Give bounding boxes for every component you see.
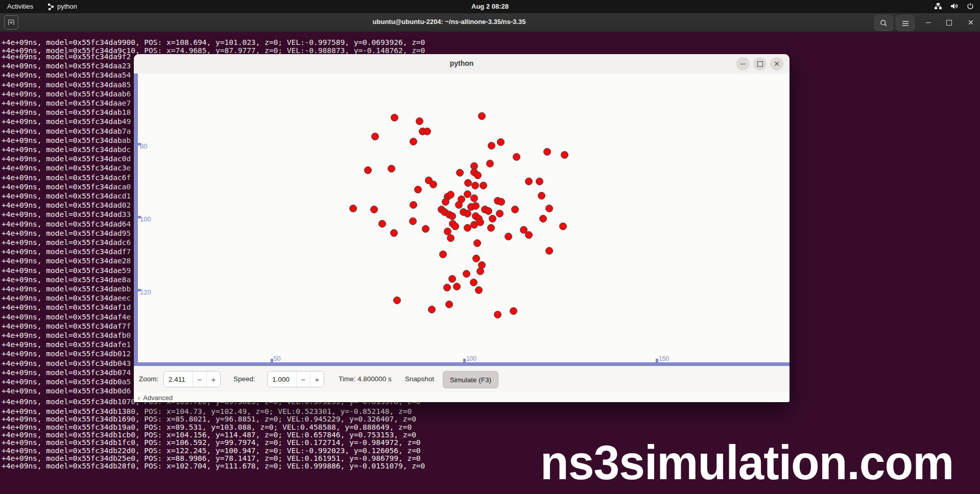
node-dot[interactable] xyxy=(364,166,372,174)
node-dot[interactable] xyxy=(489,215,496,223)
node-dot[interactable] xyxy=(510,307,517,315)
node-dot[interactable] xyxy=(476,218,484,226)
pyviz-titlebar[interactable]: python ✕ xyxy=(134,54,790,74)
terminal-menu-button[interactable] xyxy=(896,15,915,31)
terminal-new-tab-button[interactable] xyxy=(4,15,18,30)
node-dot[interactable] xyxy=(463,270,470,278)
advanced-expander[interactable]: ›Advanced xyxy=(138,394,173,402)
node-dot[interactable] xyxy=(513,153,520,161)
node-dot[interactable] xyxy=(472,255,480,262)
node-dot[interactable] xyxy=(448,275,456,283)
node-dot[interactable] xyxy=(428,306,436,313)
node-dot[interactable] xyxy=(447,234,455,242)
node-dot[interactable] xyxy=(451,223,459,230)
node-dot[interactable] xyxy=(388,165,395,172)
zoom-value[interactable]: 2.411 xyxy=(164,376,193,383)
node-dot[interactable] xyxy=(447,191,455,199)
zoom-spinbox[interactable]: 2.411 − + xyxy=(163,371,221,387)
node-dot[interactable] xyxy=(393,297,401,304)
node-dot[interactable] xyxy=(349,205,357,212)
terminal-restore-button[interactable] xyxy=(946,13,952,32)
node-dot[interactable] xyxy=(410,138,417,145)
node-dot[interactable] xyxy=(370,206,378,213)
node-dot[interactable] xyxy=(455,201,463,209)
x-axis-ruler[interactable] xyxy=(134,362,790,366)
node-dot[interactable] xyxy=(416,117,423,125)
node-dot[interactable] xyxy=(439,251,447,258)
node-dot[interactable] xyxy=(448,212,456,220)
node-dot[interactable] xyxy=(545,205,553,212)
node-dot[interactable] xyxy=(485,207,492,215)
node-dot[interactable] xyxy=(472,202,480,210)
node-dot[interactable] xyxy=(456,169,464,177)
speed-increase-button[interactable]: + xyxy=(310,372,324,387)
node-dot[interactable] xyxy=(476,267,484,275)
node-dot[interactable] xyxy=(470,194,478,202)
node-dot[interactable] xyxy=(474,171,482,179)
node-dot[interactable] xyxy=(470,221,478,229)
power-icon[interactable] xyxy=(967,3,974,10)
node-dot[interactable] xyxy=(487,224,495,232)
node-dot[interactable] xyxy=(473,239,481,247)
node-dot[interactable] xyxy=(545,247,553,255)
node-dot[interactable] xyxy=(422,225,429,233)
terminal-close-button[interactable]: ✕ xyxy=(968,13,974,32)
x-tick-label: 100 xyxy=(466,355,476,362)
node-dot[interactable] xyxy=(543,148,551,156)
node-dot[interactable] xyxy=(471,182,479,189)
node-dot[interactable] xyxy=(486,160,494,167)
node-dot[interactable] xyxy=(371,133,379,140)
terminal-line: +4e+09ns, model=0x55fc34dac3e xyxy=(2,164,131,172)
node-dot[interactable] xyxy=(478,112,486,120)
pyviz-minimize-button[interactable] xyxy=(736,57,750,70)
terminal-titlebar[interactable]: ubuntu@ubuntu-2204: ~/ns-allinone-3.35/n… xyxy=(0,13,980,32)
node-dot[interactable] xyxy=(494,311,501,318)
node-dot[interactable] xyxy=(464,210,471,217)
simulate-button[interactable]: Simulate (F3) xyxy=(443,371,498,388)
node-dot[interactable] xyxy=(536,178,543,185)
node-dot[interactable] xyxy=(525,231,533,239)
terminal-line: +4e+09ns, model=0x55fc34dae59 xyxy=(2,267,131,275)
snapshot-button[interactable]: Snapshot xyxy=(405,375,434,383)
node-dot[interactable] xyxy=(453,283,461,290)
node-dot[interactable] xyxy=(505,233,512,240)
node-dot[interactable] xyxy=(511,206,519,213)
node-dot[interactable] xyxy=(488,142,495,150)
node-dot[interactable] xyxy=(410,201,417,209)
topology-canvas[interactable] xyxy=(134,73,790,362)
node-dot[interactable] xyxy=(429,181,437,188)
node-dot[interactable] xyxy=(390,229,398,237)
terminal-line: +4e+09ns, model=0x55fc34daa23 xyxy=(2,62,131,70)
node-dot[interactable] xyxy=(423,128,431,135)
pyviz-maximize-button[interactable] xyxy=(753,57,767,70)
node-dot[interactable] xyxy=(480,182,487,189)
speed-spinbox[interactable]: 1.000 − + xyxy=(267,371,324,387)
node-dot[interactable] xyxy=(475,286,483,294)
node-dot[interactable] xyxy=(391,114,398,121)
node-dot[interactable] xyxy=(497,138,505,146)
node-dot[interactable] xyxy=(442,198,449,206)
pyviz-close-button[interactable]: ✕ xyxy=(770,57,783,70)
node-dot[interactable] xyxy=(561,151,568,159)
node-dot[interactable] xyxy=(496,210,504,217)
speed-decrease-button[interactable]: − xyxy=(296,372,310,387)
node-dot[interactable] xyxy=(443,284,451,291)
zoom-increase-button[interactable]: + xyxy=(206,372,220,387)
terminal-minimize-button[interactable] xyxy=(926,13,931,32)
node-dot[interactable] xyxy=(538,192,545,200)
volume-icon[interactable] xyxy=(950,3,959,10)
node-dot[interactable] xyxy=(525,178,533,185)
node-dot[interactable] xyxy=(409,217,417,225)
network-icon[interactable] xyxy=(934,3,942,10)
terminal-search-button[interactable] xyxy=(874,15,893,31)
node-dot[interactable] xyxy=(497,198,505,206)
node-dot[interactable] xyxy=(470,279,477,286)
node-dot[interactable] xyxy=(559,223,567,230)
node-dot[interactable] xyxy=(378,220,386,228)
node-dot[interactable] xyxy=(539,215,547,223)
clock[interactable]: Aug 2 08:28 xyxy=(0,3,980,10)
node-dot[interactable] xyxy=(414,186,422,193)
node-dot[interactable] xyxy=(445,301,453,308)
zoom-decrease-button[interactable]: − xyxy=(193,372,206,387)
speed-value[interactable]: 1.000 xyxy=(268,376,296,383)
